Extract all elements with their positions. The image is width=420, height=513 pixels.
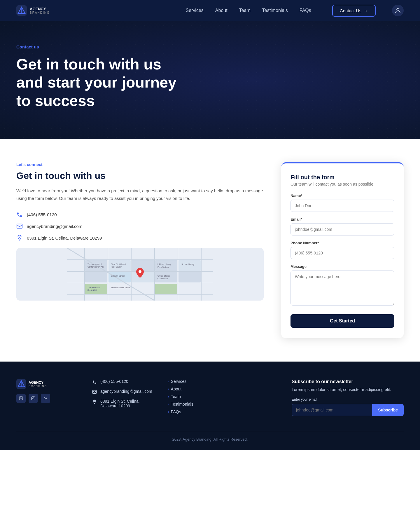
newsletter-email-input[interactable] [292, 404, 372, 416]
footer-address: 6391 Elgin St. Celina, Delaware 10299 [100, 399, 140, 408]
instagram-button[interactable] [29, 394, 38, 403]
footer-socials: Bé [16, 394, 80, 403]
footer-nav-testimonials[interactable]: › Testimonials [168, 402, 280, 406]
email-address: agencybranding@gmail.com [27, 224, 82, 229]
map-container: The Museum of Contemporary Art Civic Ctr… [16, 248, 264, 301]
footer-location-icon [92, 399, 97, 404]
newsletter-title: Subscribe to our newsletter [292, 379, 404, 384]
footer-phone: (406) 555-0120 [100, 379, 128, 384]
svg-rect-19 [108, 260, 131, 271]
newsletter-description: Lorem ipsum dolor sit amet, consectetur … [292, 387, 404, 393]
nav-about[interactable]: About [215, 8, 228, 13]
nav-team[interactable]: Team [239, 8, 251, 13]
navbar: AGENCY branding Services About Team Test… [0, 0, 420, 21]
svg-text:Courthouse: Courthouse [158, 278, 168, 280]
nav-logo[interactable]: AGENCY branding [16, 5, 50, 16]
left-column: Let's connect Get in touch with us We'd … [16, 162, 264, 301]
svg-point-3 [397, 8, 399, 11]
email-contact-item: agencybranding@gmail.com [16, 223, 264, 229]
svg-text:Civic Ctr / Grand: Civic Ctr / Grand [111, 263, 126, 265]
email-icon [16, 223, 23, 229]
user-icon [395, 8, 401, 13]
linkedin-button[interactable] [16, 394, 26, 403]
get-started-button[interactable]: Get Started [290, 314, 394, 328]
phone-label: Phone Number* [290, 241, 394, 245]
message-form-group: Message [290, 264, 394, 307]
svg-point-31 [139, 270, 141, 273]
svg-text:Colburn School: Colburn School [111, 275, 125, 277]
footer-phone-icon [92, 380, 97, 384]
section-title: Get in touch with us [16, 170, 264, 181]
footer-nav-services[interactable]: › Services [168, 379, 280, 384]
hero-label: Contact us [16, 44, 404, 49]
instagram-icon [31, 396, 35, 400]
footer: AGENCY branding [0, 362, 420, 450]
email-label: Email* [290, 217, 394, 221]
name-input[interactable] [290, 200, 394, 212]
name-label: Name* [290, 193, 394, 198]
footer-top: AGENCY branding [16, 379, 404, 417]
svg-rect-4 [17, 224, 22, 228]
hero-section: Contact us Get in touch with us and star… [0, 21, 420, 139]
nav-faqs[interactable]: FAQs [300, 8, 311, 13]
svg-point-5 [19, 236, 20, 238]
main-content-section: Let's connect Get in touch with us We'd … [0, 139, 420, 362]
message-textarea[interactable] [290, 271, 394, 306]
footer-phone-item: (406) 555-0120 [92, 379, 156, 384]
contact-us-button[interactable]: Contact Us → [332, 5, 376, 17]
phone-form-group: Phone Number* [290, 241, 394, 259]
svg-text:Bé: Bé [44, 397, 47, 400]
footer-copyright: 2023. Agency Branding. All Rights Reserv… [16, 437, 404, 442]
message-label: Message [290, 264, 394, 269]
footer-nav-about[interactable]: › About [168, 387, 280, 391]
email-form-group: Email* [290, 217, 394, 235]
form-subtitle: Our team will contact you as soon as pos… [290, 182, 394, 186]
svg-text:Second Street Tunnel: Second Street Tunnel [111, 287, 131, 289]
footer-logo: AGENCY branding [16, 379, 80, 389]
svg-rect-23 [155, 260, 177, 271]
hero-title: Get in touch with us and start your jour… [16, 55, 191, 110]
right-column: Fill out the form Our team will contact … [281, 162, 404, 338]
footer-brand-col: AGENCY branding [16, 379, 80, 417]
svg-rect-53 [92, 390, 96, 394]
address-contact-item: 6391 Elgin St. Celina, Delaware 10299 [16, 235, 264, 241]
footer-email-item: agencybranding@gmail.com [92, 389, 156, 394]
svg-rect-25 [178, 260, 201, 271]
svg-text:Park Station: Park Station [158, 266, 169, 268]
footer-nav-faqs[interactable]: › FAQs [168, 409, 280, 414]
nav-services[interactable]: Services [186, 8, 203, 13]
location-icon [16, 235, 23, 241]
phone-input[interactable] [290, 247, 394, 259]
svg-text:Park Station: Park Station [111, 266, 122, 268]
footer-nav-team[interactable]: › Team [168, 394, 280, 399]
svg-rect-28 [155, 284, 177, 294]
map-image: The Museum of Contemporary Art Civic Ctr… [16, 248, 264, 301]
svg-text:The Museum of: The Museum of [88, 263, 102, 265]
svg-point-51 [34, 397, 34, 397]
behance-button[interactable]: Bé [41, 394, 50, 403]
email-input[interactable] [290, 223, 394, 235]
footer-logo-icon [16, 379, 26, 389]
svg-rect-18 [85, 272, 107, 282]
svg-text:LA Live Library: LA Live Library [181, 263, 195, 266]
footer-logo-name: AGENCY [29, 381, 47, 385]
footer-logo-sub: branding [29, 385, 47, 388]
footer-address-item: 6391 Elgin St. Celina, Delaware 10299 [92, 399, 156, 408]
svg-text:LA Law Library: LA Law Library [158, 263, 171, 266]
logo-icon [16, 5, 27, 16]
contact-form-card: Fill out the form Our team will contact … [281, 162, 404, 338]
nav-links: Services About Team Testimonials FAQs Co… [186, 5, 404, 17]
svg-rect-20 [108, 272, 131, 282]
footer-contact-col: (406) 555-0120 agencybranding@gmail.com … [92, 379, 156, 417]
footer-email-icon [92, 390, 97, 394]
linkedin-icon [19, 396, 23, 400]
svg-rect-49 [32, 397, 35, 400]
nav-testimonials[interactable]: Testimonials [262, 8, 288, 13]
name-form-group: Name* [290, 193, 394, 212]
subscribe-button[interactable]: Subscribe [372, 404, 404, 416]
svg-text:Bar & Grill: Bar & Grill [88, 289, 97, 291]
user-account-button[interactable] [392, 5, 404, 16]
logo-name: AGENCY [30, 7, 50, 11]
phone-contact-item: (406) 555-0120 [16, 211, 264, 218]
footer-newsletter-col: Subscribe to our newsletter Lorem ipsum … [292, 379, 404, 417]
